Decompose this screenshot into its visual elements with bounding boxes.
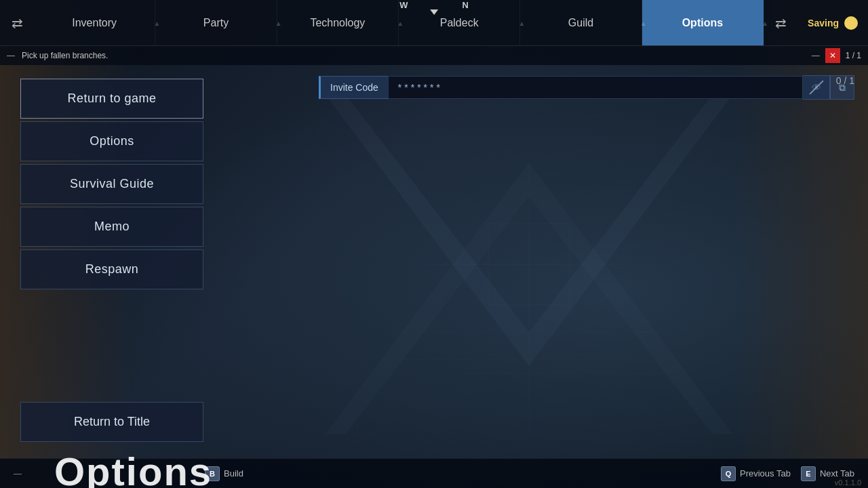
menu-spacer <box>20 292 285 402</box>
prev-tab-label: Previous Tab <box>740 468 791 479</box>
respawn-button[interactable]: Respawn <box>20 249 203 289</box>
count-display: 0 / 1 <box>836 75 854 86</box>
right-panel: 0 / 1 Invite Code 👁 ⧉ <box>305 65 868 458</box>
count-badge: 1 / 1 <box>846 51 861 60</box>
tab-party[interactable]: Party <box>155 0 277 45</box>
top-nav: ⇄ Inventory Party Technology Paldeck Gui… <box>0 0 868 46</box>
tab-options[interactable]: Options <box>642 0 764 45</box>
tab-paldeck[interactable]: Paldeck <box>399 0 520 45</box>
next-tab-key: E <box>801 466 816 481</box>
nav-right-icon[interactable]: ⇄ <box>764 15 797 31</box>
invite-code-input[interactable] <box>388 76 803 99</box>
invite-eye-button[interactable]: 👁 <box>803 75 830 100</box>
close-button[interactable]: ✕ <box>825 48 840 63</box>
top-info-bar: — Pick up fallen branches. — ✕ 1 / 1 <box>0 46 868 65</box>
invite-code-row: Invite Code 👁 ⧉ <box>319 75 854 100</box>
next-tab-label: Next Tab <box>820 468 854 479</box>
saving-dot <box>844 16 858 30</box>
hint-text: Pick up fallen branches. <box>22 51 108 60</box>
bottom-bar: — Options B Build Q Previous Tab E Next … <box>0 458 868 488</box>
bottom-left: — <box>14 469 22 479</box>
saving-label: Saving <box>808 18 839 28</box>
tab-inventory[interactable]: Inventory <box>34 0 155 45</box>
nav-tabs: Inventory Party Technology Paldeck Guild… <box>34 0 764 45</box>
page-title: Options <box>54 457 212 488</box>
dash-icon-left: — <box>7 51 15 60</box>
tab-guild[interactable]: Guild <box>520 0 642 45</box>
survival-guide-button[interactable]: Survival Guide <box>20 164 203 204</box>
version-text: v0.1.1.0 <box>835 479 861 487</box>
top-info-left: — Pick up fallen branches. <box>7 51 108 60</box>
return-to-title-button[interactable]: Return to Title <box>20 402 203 442</box>
top-info-right: — ✕ 1 / 1 <box>812 48 861 63</box>
prev-tab-nav[interactable]: Q Previous Tab <box>721 466 791 481</box>
build-label: Build <box>224 468 243 479</box>
saving-indicator: Saving <box>797 16 868 30</box>
dash-icon-right: — <box>812 51 820 60</box>
nav-left-icon[interactable]: ⇄ <box>0 15 34 31</box>
invite-code-label: Invite Code <box>319 76 388 99</box>
return-to-game-button[interactable]: Return to game <box>20 79 203 119</box>
memo-button[interactable]: Memo <box>20 207 203 247</box>
tab-technology[interactable]: Technology <box>277 0 399 45</box>
main-content: Return to game Options Survival Guide Me… <box>0 65 868 458</box>
prev-tab-key: Q <box>721 466 736 481</box>
left-panel: Return to game Options Survival Guide Me… <box>0 65 305 458</box>
options-button[interactable]: Options <box>20 121 203 161</box>
bottom-dash: — <box>14 469 22 479</box>
eye-icon: 👁 <box>812 82 821 93</box>
